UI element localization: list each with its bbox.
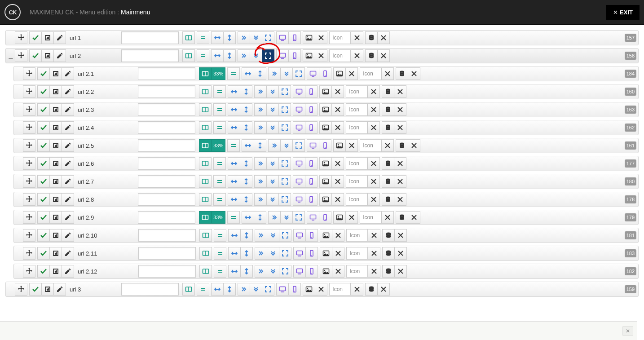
height-arrows-button[interactable] [223, 49, 236, 62]
fullwidth-button[interactable] [279, 229, 291, 242]
fullwidth-button[interactable] [278, 85, 291, 98]
expand-down-button[interactable] [280, 211, 293, 224]
expand-right-button[interactable] [268, 211, 281, 224]
publish-toggle[interactable] [37, 193, 50, 206]
mobile-visibility-button[interactable] [305, 247, 318, 260]
image-button[interactable] [320, 265, 332, 278]
expand-down-button[interactable] [266, 85, 279, 98]
desktop-visibility-button[interactable] [276, 49, 289, 62]
icon-clear-button[interactable] [368, 229, 380, 242]
width-arrows-button[interactable] [242, 67, 254, 80]
expand-down-button[interactable] [250, 31, 262, 44]
collapse-toggle[interactable]: _ [6, 52, 13, 60]
height-arrows-button[interactable] [240, 265, 253, 278]
icon-input[interactable]: Icon [360, 139, 381, 152]
icon-clear-button[interactable] [351, 31, 363, 44]
expand-down-button[interactable] [266, 157, 279, 170]
icon-input[interactable]: Icon [346, 157, 367, 170]
expand-right-button[interactable] [238, 31, 250, 44]
params-clear-button[interactable] [394, 157, 406, 170]
expand-down-button[interactable] [266, 103, 279, 116]
image-button[interactable] [319, 103, 332, 116]
height-arrows-button[interactable] [223, 31, 236, 44]
edit-button[interactable] [53, 283, 66, 296]
expand-right-button[interactable] [254, 193, 267, 206]
mobile-visibility-button[interactable] [305, 175, 318, 188]
publish-toggle[interactable] [37, 67, 50, 80]
params-clear-button[interactable] [377, 31, 390, 44]
row-layout-button[interactable] [214, 265, 226, 278]
mobile-visibility-button[interactable] [305, 193, 318, 206]
fullwidth-button[interactable] [278, 157, 291, 170]
open-link-button[interactable] [49, 265, 62, 278]
drag-handle[interactable] [23, 157, 35, 170]
drag-handle[interactable] [23, 85, 35, 98]
drag-handle[interactable] [23, 265, 35, 278]
mobile-visibility-button[interactable] [305, 157, 318, 170]
fullwidth-button[interactable] [262, 283, 274, 296]
params-clear-button[interactable] [394, 229, 407, 242]
icon-input[interactable]: Icon [360, 211, 381, 224]
height-arrows-button[interactable] [254, 67, 266, 80]
image-clear-button[interactable] [331, 121, 344, 134]
icon-clear-button[interactable] [367, 157, 380, 170]
class-input[interactable] [138, 103, 195, 116]
image-clear-button[interactable] [345, 211, 358, 224]
expand-right-button[interactable] [254, 157, 267, 170]
edit-button[interactable] [62, 229, 74, 242]
columns-button[interactable] [199, 67, 212, 80]
publish-toggle[interactable] [37, 175, 50, 188]
row-layout-button[interactable] [213, 157, 226, 170]
columns-button[interactable] [182, 49, 195, 62]
row-layout-button[interactable] [227, 211, 240, 224]
expand-down-button[interactable] [267, 265, 279, 278]
open-link-button[interactable] [49, 121, 62, 134]
publish-toggle[interactable] [29, 31, 42, 44]
image-clear-button[interactable] [331, 157, 344, 170]
fullwidth-button[interactable] [262, 49, 274, 62]
column-width-badge[interactable]: 33% [211, 139, 225, 152]
mobile-visibility-button[interactable] [319, 211, 331, 224]
columns-button[interactable] [199, 175, 212, 188]
params-clear-button[interactable] [394, 265, 407, 278]
expand-right-button[interactable] [255, 247, 267, 260]
open-link-button[interactable] [49, 175, 62, 188]
height-arrows-button[interactable] [240, 247, 253, 260]
desktop-visibility-button[interactable] [276, 283, 289, 296]
columns-button[interactable] [199, 121, 212, 134]
image-clear-button[interactable] [345, 139, 358, 152]
width-arrows-button[interactable] [228, 247, 241, 260]
exit-button[interactable]: EXIT [606, 5, 640, 20]
width-arrows-button[interactable] [228, 175, 240, 188]
image-button[interactable] [319, 85, 332, 98]
icon-input[interactable]: Icon [329, 31, 351, 44]
class-input[interactable] [138, 139, 195, 152]
params-button[interactable] [396, 211, 408, 224]
params-button[interactable] [382, 157, 394, 170]
mobile-visibility-button[interactable] [288, 31, 301, 44]
fullwidth-button[interactable] [278, 121, 291, 134]
edit-button[interactable] [62, 157, 74, 170]
params-button[interactable] [382, 121, 394, 134]
width-arrows-button[interactable] [228, 121, 240, 134]
row-layout-button[interactable] [227, 139, 240, 152]
mobile-visibility-button[interactable] [288, 49, 301, 62]
drag-handle[interactable] [15, 283, 27, 296]
image-button[interactable] [320, 229, 332, 242]
icon-clear-button[interactable] [351, 49, 363, 62]
columns-button[interactable] [199, 85, 212, 98]
params-clear-button[interactable] [394, 121, 406, 134]
fullwidth-button[interactable] [262, 31, 274, 44]
class-input[interactable] [138, 247, 196, 260]
publish-toggle[interactable] [37, 265, 50, 278]
open-link-button[interactable] [49, 157, 62, 170]
publish-toggle[interactable] [37, 139, 50, 152]
image-clear-button[interactable] [332, 247, 344, 260]
edit-button[interactable] [62, 121, 74, 134]
params-button[interactable] [396, 139, 408, 152]
params-button[interactable] [382, 247, 395, 260]
icon-input[interactable]: Icon [346, 265, 368, 278]
expand-right-button[interactable] [255, 265, 267, 278]
fullwidth-button[interactable] [279, 265, 291, 278]
height-arrows-button[interactable] [240, 229, 253, 242]
